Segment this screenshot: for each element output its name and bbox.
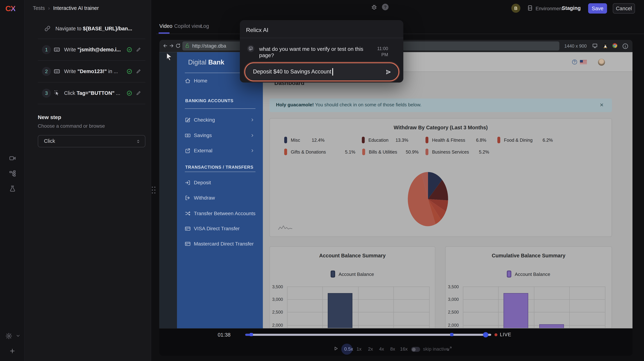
monitor-icon[interactable] [592, 43, 598, 48]
panel-resize-grip[interactable] [151, 186, 156, 195]
rail-test-tree-icon[interactable] [9, 170, 16, 177]
axis-tick-label: 3,000 [269, 297, 283, 302]
step-edit-icon[interactable] [136, 68, 142, 74]
bank-help-icon[interactable] [572, 59, 578, 65]
legend-label: Bills & Utilities [369, 149, 397, 154]
live-label: LIVE [500, 332, 512, 338]
lock-open-icon [185, 43, 190, 48]
axis-tick-label: 2,000 [269, 323, 283, 328]
legend-value: 5.1% [345, 149, 355, 154]
bank-nav-withdraw[interactable]: Withdraw [177, 192, 263, 204]
rail-video-camera-icon[interactable] [9, 155, 16, 162]
bar[interactable] [328, 293, 352, 328]
axis-tick-label: 3,500 [445, 284, 459, 289]
speed-4x[interactable]: 4x [379, 347, 384, 351]
prompt-input[interactable]: Deposit $40 to Savings Account [244, 62, 399, 81]
legend-item: Gifts & Donations [284, 149, 326, 155]
playback-knob[interactable] [483, 332, 488, 337]
info-icon[interactable] [622, 43, 628, 49]
us-flag-icon[interactable] [580, 60, 587, 64]
cumulative-balance-card: Cumulative Balance Summary Account Balan… [445, 246, 612, 328]
bank-nav-label: Withdraw [194, 195, 215, 201]
fullscreen-icon[interactable] [447, 346, 452, 352]
cancel-button[interactable]: Cancel [613, 3, 635, 13]
bar[interactable] [539, 324, 564, 328]
step-edit-icon[interactable] [136, 90, 142, 95]
environment-value[interactable]: Staging [562, 5, 581, 11]
tab-log[interactable]: Log [200, 23, 209, 29]
bank-nav-label: VISA Direct Transfer [194, 226, 240, 232]
speed-0.5x[interactable]: 0.5x [344, 347, 353, 351]
alert-banner: Holy guacamole! You should check in on s… [269, 99, 612, 112]
breadcrumb: Tests › Interactive AI trainer [33, 5, 99, 11]
tab-video[interactable]: Video [160, 23, 172, 29]
speed-16x[interactable]: 16x [400, 347, 408, 351]
step-success-icon [126, 90, 132, 96]
playback-track[interactable] [245, 334, 491, 336]
environment-label: Environment [536, 6, 563, 11]
legend-value: 5.2% [479, 149, 489, 154]
gridline [498, 287, 499, 328]
rail-flask-icon[interactable] [9, 185, 16, 192]
legend-swatch [362, 137, 365, 143]
legend-label: Health & Fitness [432, 138, 465, 142]
step-success-icon [126, 68, 132, 74]
select-updown-icon [136, 139, 140, 144]
pencil-square-icon [185, 117, 191, 123]
step-row[interactable]: 2Write "Demo123!" in ... [24, 60, 151, 82]
browser-reload-icon[interactable] [176, 43, 181, 48]
bank-nav-checking[interactable]: Checking [177, 114, 263, 126]
pie-chart [406, 171, 450, 229]
bank-nav-transfer-between-accounts[interactable]: Transfer Between Accounts [177, 207, 263, 220]
browser-back-icon[interactable] [162, 43, 168, 48]
active-tab-underline [158, 32, 170, 34]
bug-icon[interactable] [371, 4, 378, 10]
card-icon [185, 241, 191, 247]
legend-swatch [426, 149, 428, 155]
chevron-down-icon[interactable] [16, 333, 20, 338]
link-icon [44, 25, 50, 32]
speed-2x[interactable]: 2x [368, 347, 373, 351]
save-button[interactable]: Save [588, 3, 607, 13]
gear-icon[interactable] [5, 332, 12, 340]
bank-user-avatar[interactable] [598, 59, 605, 66]
playback-marker[interactable] [450, 333, 453, 336]
bank-nav-visa-direct-transfer[interactable]: VISA Direct Transfer [177, 223, 263, 235]
help-icon[interactable]: ? [382, 4, 389, 10]
playback-time: 01:38 [218, 332, 230, 338]
bank-nav-mastercard-direct-transfer[interactable]: Mastercard Direct Transfer [177, 238, 263, 250]
step-label: Write "Demo123!" in ... [64, 68, 118, 74]
chart-legend: Account Balance [446, 271, 612, 278]
step-row[interactable]: 3Click Tag="BUTTON" ... [24, 82, 151, 104]
legend-swatch [284, 149, 287, 155]
bank-nav-external[interactable]: External [177, 145, 263, 157]
account-balance-card: Account Balance Summary Account Balance3… [269, 246, 435, 328]
bank-nav-label: Transfer Between Accounts [194, 211, 256, 216]
browser-forward-icon[interactable] [169, 43, 174, 48]
breadcrumb-tests[interactable]: Tests [33, 5, 45, 11]
avatar[interactable]: B [512, 4, 520, 13]
tab-copilot-view[interactable]: Copilot view [174, 23, 202, 29]
step-edit-icon[interactable] [136, 46, 142, 52]
alert-text: You should check in on some of those fie… [314, 102, 421, 107]
legend-item: Food & Dining [498, 137, 532, 143]
step-navigate[interactable]: Navigate to ${BASE_URL}/ban... [24, 19, 151, 39]
playback-marker[interactable] [250, 333, 253, 336]
bar[interactable] [504, 293, 528, 328]
command-select[interactable]: Click [38, 135, 145, 147]
speed-8x[interactable]: 8x [390, 347, 395, 351]
step-row[interactable]: 1Write "jsmith@demo.i... [24, 39, 151, 60]
relicx-ai-dialog: Relicx AI what do you want me to verify … [240, 20, 404, 82]
alert-close-icon[interactable]: ✕ [600, 102, 604, 108]
bank-nav-savings[interactable]: Savings [177, 129, 263, 142]
bank-nav-deposit[interactable]: Deposit [177, 177, 263, 189]
play-icon[interactable] [334, 346, 338, 351]
add-button[interactable] [9, 348, 16, 354]
skip-inactive-toggle[interactable] [411, 347, 420, 352]
bank-logo[interactable]: Digital Bank [188, 59, 224, 66]
app-logo[interactable]: CX [6, 4, 16, 13]
live-dot [494, 333, 497, 336]
gridline [287, 287, 287, 328]
speed-1x[interactable]: 1x [356, 347, 362, 351]
send-icon[interactable] [385, 69, 391, 75]
